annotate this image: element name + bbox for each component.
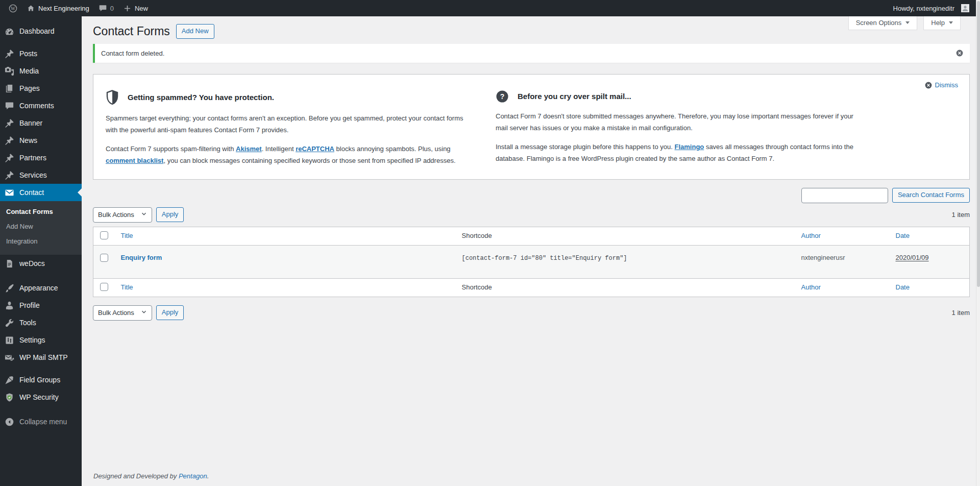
comments-admin-bar-item[interactable]: 0	[94, 0, 118, 16]
sidebar-label: WP Security	[19, 393, 59, 401]
item-count: 1 item	[952, 309, 970, 317]
svg-text:?: ?	[500, 92, 505, 101]
admin-sidebar: Dashboard Posts Media Pages Comments Ban…	[0, 16, 82, 486]
scrollbar[interactable]	[976, 0, 980, 486]
notice-dismiss-icon[interactable]	[955, 49, 964, 57]
apply-button[interactable]: Apply	[156, 305, 184, 320]
add-new-button[interactable]: Add New	[176, 24, 214, 39]
sidebar-label: weDocs	[19, 259, 45, 268]
pin-icon	[4, 48, 14, 59]
mail-paragraph-1: Contact Form 7 doesn't store submitted m…	[496, 111, 865, 134]
search-box-row: Search Contact Forms	[93, 188, 970, 203]
flamingo-link[interactable]: Flamingo	[675, 143, 704, 151]
sidebar-label: WP Mail SMTP	[19, 353, 68, 361]
select-all-checkbox[interactable]	[100, 231, 108, 239]
sidebar-item-news[interactable]: News	[0, 132, 82, 149]
column-footer-title[interactable]: Title	[121, 283, 133, 291]
sidebar-item-profile[interactable]: Profile	[0, 297, 82, 314]
site-name-menu[interactable]: Next Engineering	[22, 0, 94, 16]
media-icon	[4, 66, 14, 76]
plus-icon	[123, 4, 132, 13]
sidebar-item-services[interactable]: Services	[0, 166, 82, 184]
dashboard-icon	[4, 26, 14, 36]
column-header-date[interactable]: Date	[896, 232, 910, 239]
contact-submenu: Contact Forms Add New Integration	[0, 201, 82, 255]
mail-heading-row: ? Before you cry over spilt mail...	[496, 90, 865, 103]
sidebar-item-wedocs[interactable]: weDocs	[0, 255, 82, 272]
avatar	[961, 4, 969, 12]
date-value: 2020/01/09	[896, 254, 929, 261]
apply-button[interactable]: Apply	[156, 207, 184, 222]
akismet-link[interactable]: Akismet	[236, 145, 262, 153]
site-name-label: Next Engineering	[38, 5, 89, 12]
search-contact-forms-button[interactable]: Search Contact Forms	[892, 188, 970, 203]
help-button[interactable]: Help	[923, 16, 961, 30]
menu-separator	[0, 272, 82, 279]
sidebar-item-wp-mail-smtp[interactable]: WP Mail SMTP	[0, 349, 82, 366]
wordpress-logo-menu[interactable]: W	[4, 0, 22, 16]
chevron-down-icon	[905, 21, 910, 24]
spam-protection-column: Getting spammed? You have protection. Sp…	[106, 79, 475, 167]
sidebar-item-tools[interactable]: Tools	[0, 314, 82, 331]
column-header-author[interactable]: Author	[801, 232, 821, 239]
scrollbar-thumb[interactable]	[977, 1, 980, 287]
chevron-down-icon	[949, 21, 953, 24]
sidebar-label: Tools	[19, 319, 36, 327]
sidebar-item-partners[interactable]: Partners	[0, 149, 82, 166]
sidebar-item-posts[interactable]: Posts	[0, 45, 82, 62]
sidebar-item-dashboard[interactable]: Dashboard	[0, 22, 82, 40]
admin-bar: W Next Engineering 0 New Howdy, nxtengin…	[0, 0, 980, 16]
collapse-arrow-icon	[4, 417, 14, 427]
mail-storage-column: ? Before you cry over spilt mail... Cont…	[496, 79, 865, 167]
sidebar-label: Partners	[19, 154, 46, 162]
submenu-item-add-new[interactable]: Add New	[0, 219, 82, 234]
sidebar-item-settings[interactable]: Settings	[0, 331, 82, 349]
submenu-item-integration[interactable]: Integration	[0, 234, 82, 249]
sidebar-label: Services	[19, 171, 47, 179]
sidebar-item-appearance[interactable]: Appearance	[0, 279, 82, 297]
howdy-account-menu[interactable]: Howdy, nxtengineditr	[889, 0, 974, 16]
pages-icon	[4, 83, 14, 93]
notice-text: Contact form deleted.	[101, 50, 949, 57]
bulk-actions-select[interactable]: Bulk Actions	[93, 207, 152, 223]
sidebar-item-wp-security[interactable]: WP Security	[0, 388, 82, 406]
screen-options-button[interactable]: Screen Options	[848, 16, 918, 30]
screen-options-label: Screen Options	[856, 19, 902, 27]
new-content-menu[interactable]: New	[118, 0, 153, 16]
select-all-checkbox[interactable]	[100, 283, 108, 291]
shortcode-value[interactable]: [contact-form-7 id="80" title="Enquiry f…	[462, 255, 627, 262]
recaptcha-link[interactable]: reCAPTCHA	[296, 145, 334, 153]
new-label: New	[135, 5, 148, 12]
tablenav-bottom: Bulk Actions Apply 1 item	[93, 305, 970, 321]
submenu-item-contact-forms[interactable]: Contact Forms	[0, 204, 82, 219]
sidebar-item-contact[interactable]: Contact	[0, 184, 82, 201]
search-input[interactable]	[801, 188, 888, 203]
menu-separator	[0, 40, 82, 45]
collapse-menu-button[interactable]: Collapse menu	[0, 413, 82, 430]
bulk-actions-select[interactable]: Bulk Actions	[93, 305, 152, 321]
sidebar-label: Settings	[19, 336, 45, 344]
comment-blacklist-link[interactable]: comment blacklist	[106, 157, 163, 164]
column-header-title[interactable]: Title	[121, 232, 133, 239]
sidebar-label: Field Groups	[19, 376, 60, 384]
sidebar-item-banner[interactable]: Banner	[0, 114, 82, 132]
spam-heading-row: Getting spammed? You have protection.	[106, 90, 475, 105]
bulk-actions-label: Bulk Actions	[98, 309, 134, 317]
sidebar-item-field-groups[interactable]: Field Groups	[0, 371, 82, 388]
column-footer-date[interactable]: Date	[896, 283, 910, 291]
table-header: Title Shortcode Author Date	[93, 227, 970, 245]
page-header: Contact Forms Add New	[93, 16, 970, 39]
column-footer-author[interactable]: Author	[801, 283, 821, 291]
form-title-link[interactable]: Enquiry form	[121, 254, 162, 261]
spam-paragraph-2: Contact Form 7 supports spam-filtering w…	[106, 143, 475, 167]
cf7-welcome-panel: Dismiss Getting spammed? You have protec…	[93, 74, 970, 180]
sidebar-item-media[interactable]: Media	[0, 62, 82, 80]
item-count: 1 item	[952, 211, 970, 218]
row-checkbox[interactable]	[100, 254, 108, 262]
pentagon-link[interactable]: Pentagon	[179, 472, 207, 480]
sidebar-item-comments[interactable]: Comments	[0, 97, 82, 114]
panel-dismiss-button[interactable]: Dismiss	[924, 81, 959, 89]
contact-forms-table: Title Shortcode Author Date Enquiry form…	[93, 227, 970, 297]
sidebar-item-pages[interactable]: Pages	[0, 80, 82, 97]
author-value: nxtengineerusr	[801, 254, 845, 261]
